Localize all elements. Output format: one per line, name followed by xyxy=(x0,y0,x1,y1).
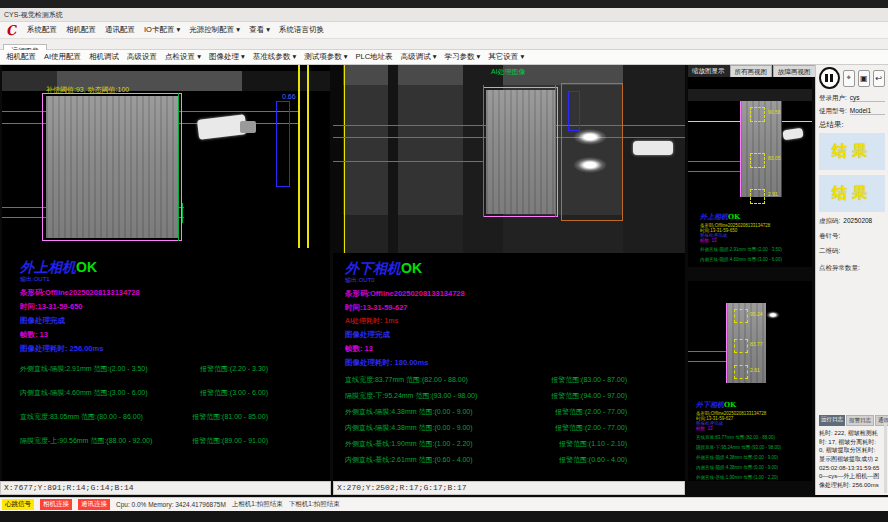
left-time: 时间:13-31-59-650 xyxy=(20,302,322,312)
measure-text: 隔膜宽度-下:95.24mm 范围:(93.00 - 98.00) xyxy=(696,445,781,450)
snapshot-button[interactable]: ▣ xyxy=(858,70,870,87)
pause-button[interactable] xyxy=(819,67,840,89)
thumb1-info: 外上相机OK 条形码:Offline20250208133134728 时间:1… xyxy=(700,205,810,267)
log-text: 耗时: 222, 褶皱检测耗时: 17, 褶皱分离耗时: 0, 褶皱提取分区耗时… xyxy=(819,429,881,490)
mini-measure-row: 直线宽度:83.77mm 范围:(82.00 - 88.00) xyxy=(696,435,808,440)
tool-spotcheck-settings[interactable]: 点检设置 ▾ xyxy=(165,52,201,62)
measure-text: 直线宽度:83.05mm 范围:(80.00 - 86.00) xyxy=(20,412,143,422)
mini-measure-row: 隔膜宽度-下:95.24mm 范围:(93.00 - 98.00) xyxy=(696,445,808,450)
spotcheck-box-label: 83.77 xyxy=(750,341,763,347)
thumb2-title: 外下相机 xyxy=(696,400,724,409)
tool-learning-params[interactable]: 学习参数 ▾ xyxy=(444,52,480,62)
left-frame-count: 帧数: 13 xyxy=(20,330,322,340)
yellow-guide-line xyxy=(298,65,300,248)
log-tab-run[interactable]: 运行日志 xyxy=(819,415,845,426)
measurement-row: 外侧直线-基线:1.90mm 范围:(1.00 - 2.20)报警范围:(1.1… xyxy=(345,439,627,449)
qrcode-row: 二维码: xyxy=(819,245,885,256)
pink-edge-line xyxy=(740,101,741,197)
spotcheck-box xyxy=(750,189,765,204)
login-user-label: 登录用户: xyxy=(819,94,847,103)
cpu-memory-text: Cpu: 0.0% Memory: 3424.41796875M xyxy=(116,501,226,508)
return-button[interactable]: ↩ xyxy=(873,70,885,87)
tool-camera-config[interactable]: 相机配置 xyxy=(6,52,36,62)
alarm-range: 报警范围:(3.00 - 6.00) xyxy=(200,388,268,398)
alarm-range: 报警范围:(83.00 - 87.00) xyxy=(551,375,627,385)
needle-value xyxy=(843,230,885,238)
green-edge-line xyxy=(178,93,179,241)
reflection-flare xyxy=(573,129,607,145)
mid-barcode: 条形码:Offline20250208133134728 xyxy=(345,289,677,299)
thumb-camera-2[interactable]: 95.24 83.77 2.61 外下相机OK 条形码:Offline20250… xyxy=(688,281,812,481)
measure-text: 内侧直线-基线:2.61mm 范围:(0.60 - 4.00) xyxy=(345,455,473,465)
dark-column xyxy=(333,65,343,253)
ai-image-label: AI处理图像 xyxy=(491,67,526,77)
tool-plc-address[interactable]: PLC地址表 xyxy=(356,52,393,62)
green-measure-line xyxy=(688,351,726,352)
tab-error-views[interactable]: 故障画视图 xyxy=(773,65,816,77)
menu-bar: C 系统配置 相机配置 通讯配置 IO卡配置 ▾ 光源控制配置 ▾ 查看 ▾ 系… xyxy=(0,22,888,39)
login-user-value: cys xyxy=(850,94,885,102)
menu-light-config[interactable]: 光源控制配置 ▾ xyxy=(189,25,240,35)
mid-camera-image[interactable]: AI处理图像 xyxy=(333,65,685,253)
pink-edge-line xyxy=(726,303,727,383)
thumb1-ok: OK xyxy=(728,212,740,221)
target-button[interactable]: ⌖ xyxy=(843,70,855,87)
measure-text: 内侧直线-隔膜:4.38mm 范围:(0.00 - 9.00) xyxy=(345,423,473,433)
result-block-lower: 结果 xyxy=(819,175,885,212)
reflection-flare xyxy=(573,157,607,173)
roi-rect-blue xyxy=(568,91,580,131)
tool-ai-config[interactable]: AI使用配置 xyxy=(44,52,81,62)
left-camera-title: 外上相机 xyxy=(20,259,76,275)
right-thumbnail-column: 缩放图显示 所有画视图 故障画视图 90.56 83.05 2.91 xyxy=(688,65,812,495)
spotcheck-box xyxy=(734,365,748,379)
mini-measure-row: 外侧直线-基线:1.90mm 范围:(1.00 - 2.20) xyxy=(696,475,808,480)
tool-advanced-debug[interactable]: 高级调试 ▾ xyxy=(401,52,437,62)
left-camera-image[interactable]: 0.66 补偿阈值:93, 动态阈值:100 xyxy=(2,65,330,248)
mid-time: 时间:13-31-59-627 xyxy=(345,303,677,313)
upper-camera-status: 上相机1:拍照结束 xyxy=(232,500,283,509)
tool-other-settings[interactable]: 其它设置 ▾ xyxy=(488,52,524,62)
measurement-row: 内侧直线-基线:2.61mm 范围:(0.60 - 4.00)报警范围:(0.6… xyxy=(345,455,627,465)
thumb1-title: 外上相机 xyxy=(700,212,728,221)
measurement-row: 内侧直线-隔膜:4.60mm 范围:(3.00 - 6.00)报警范围:(3.0… xyxy=(20,388,268,398)
tab-zoom-view[interactable]: 缩放图显示 xyxy=(688,65,729,77)
tool-camera-debug[interactable]: 相机调试 xyxy=(89,52,119,62)
measurement-row: 外侧直线-隔膜:2.91mm 范围:(2.00 - 3.50)报警范围:(2.2… xyxy=(20,364,268,374)
virtual-code-row: 虚拟码: 20250208 xyxy=(819,217,885,226)
menu-comm-config[interactable]: 通讯配置 xyxy=(105,25,135,35)
menu-io-config[interactable]: IO卡配置 ▾ xyxy=(144,25,180,35)
menu-view[interactable]: 查看 ▾ xyxy=(249,25,270,35)
log-scrollbar[interactable] xyxy=(884,423,887,493)
tab-connector xyxy=(782,128,803,141)
menu-camera-config[interactable]: 相机配置 xyxy=(66,25,96,35)
green-edge-line xyxy=(555,85,556,217)
thumb-camera-1[interactable]: 90.56 83.05 2.91 外上相机OK 条形码:Offline20250… xyxy=(688,77,812,267)
tab-all-views[interactable]: 所有画视图 xyxy=(730,65,773,77)
threshold-label: 补偿阈值:93, 动态阈值:100 xyxy=(46,85,129,95)
left-result-block: 外上相机OK 输出:OUT1 条形码:Offline20250208133134… xyxy=(2,248,330,481)
measurement-row: 外侧直线-隔膜:4.38mm 范围:(0.00 - 9.00)报警范围:(2.0… xyxy=(345,407,627,417)
measure-text: 外侧直线-隔膜:4.38mm 范围:(0.00 - 9.00) xyxy=(345,407,473,417)
alarm-range: 报警范围:(2.20 - 3.30) xyxy=(200,364,268,374)
tab-connector xyxy=(633,141,673,155)
roi-rect-blue xyxy=(276,101,290,187)
app-window: CYS-视觉检测系统 C 系统配置 相机配置 通讯配置 IO卡配置 ▾ 光源控制… xyxy=(0,0,888,522)
thumb2-frame: 帧数: 13 xyxy=(696,426,806,431)
alarm-range: 报警范围:(94.00 - 97.00) xyxy=(551,391,627,401)
alarm-range: 报警范围:(0.60 - 4.00) xyxy=(559,455,627,465)
menu-language-switch[interactable]: 系统语言切换 xyxy=(279,25,324,35)
needle-label: 卷针号: xyxy=(819,232,840,241)
model-row: 使用型号: Model1 xyxy=(819,107,885,116)
menu-system-config[interactable]: 系统配置 xyxy=(27,25,57,35)
camera-connect-badge: 相机连接 xyxy=(40,499,72,510)
tool-image-process[interactable]: 图像处理 ▾ xyxy=(209,52,245,62)
sidebar-button-row: ⌖ ▣ ↩ xyxy=(819,67,885,89)
log-tab-row: 运行日志 报警日志 通讯日志 xyxy=(819,415,885,426)
window-titlebar: CYS-视觉检测系统 xyxy=(0,8,888,22)
qrcode-label: 二维码: xyxy=(819,247,840,256)
tool-test-params[interactable]: 测试项参数 ▾ xyxy=(304,52,347,62)
thumbnail-tabs: 缩放图显示 所有画视图 故障画视图 xyxy=(688,65,812,77)
tool-baseline-params[interactable]: 基准线参数 ▾ xyxy=(253,52,296,62)
log-tab-alarm[interactable]: 报警日志 xyxy=(846,415,874,426)
tool-advanced-settings[interactable]: 高级设置 xyxy=(127,52,157,62)
